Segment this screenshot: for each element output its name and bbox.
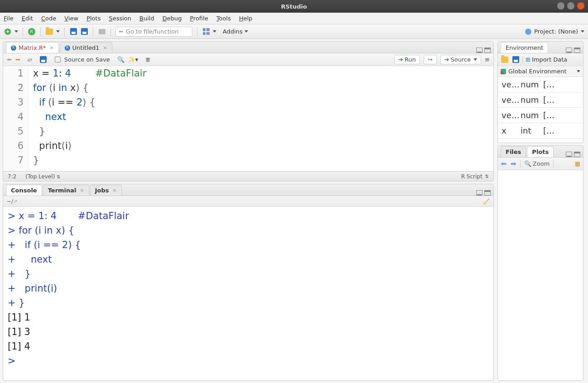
pane-maximize-button[interactable] [484,48,491,53]
clear-console-icon[interactable]: 🧹 [483,198,490,205]
goto-arrow-icon: ➦ [119,28,124,35]
project-label: Project: (None) [534,28,578,35]
back-arrow-icon[interactable]: ⬅ [7,56,12,63]
print-button[interactable] [98,28,106,36]
language-selector[interactable]: R Script ⇅ [461,173,489,180]
editor-tab[interactable]: RMatrix.R*× [6,42,59,53]
scope-icon [501,69,506,74]
console-tab-jobs[interactable]: Jobs× [90,185,122,196]
menu-file[interactable]: File [4,15,14,22]
console-pane: ConsoleTerminal×Jobs× ~/ ⇗ 🧹 > x = 1: 4 … [3,184,494,381]
console-popup-icon[interactable]: ⇗ [13,198,18,205]
pane-minimize-button[interactable] [566,152,572,157]
menu-build[interactable]: Build [139,15,154,22]
code-editor[interactable]: 1234567 x = 1: 4 #DataFlairfor (i in x) … [3,66,493,171]
env-row[interactable]: ve…num[… [498,108,583,123]
import-icon: ⊞ [526,56,531,63]
console-tab-console[interactable]: Console [6,185,42,196]
layout-dropdown-icon[interactable] [213,30,216,33]
env-row[interactable]: xint[… [498,123,583,139]
plots-pane: FilesPlots ⬅ ➡ 🔍 Zoom ▦ [497,145,583,381]
menu-code[interactable]: Code [41,15,56,22]
menu-profile[interactable]: Profile [190,15,208,22]
plot-next-icon[interactable]: ➡ [510,159,516,168]
menu-edit[interactable]: Edit [22,15,33,22]
editor-tab[interactable]: RUntitled1× [60,42,112,53]
save-all-button[interactable] [80,28,88,36]
wand-icon[interactable]: ✨▾ [128,56,139,63]
pane-maximize-button[interactable] [574,152,580,157]
environment-scope-selector[interactable]: Global Environment [498,66,583,77]
menu-session[interactable]: Session [109,15,131,22]
close-tab-icon[interactable]: × [80,187,84,193]
save-button[interactable] [69,28,77,36]
load-workspace-button[interactable] [501,56,509,64]
export-plot-icon[interactable]: ▦ [575,160,580,167]
addins-button[interactable]: Addins [223,28,248,35]
source-button[interactable]: ➔ Source [440,55,482,64]
pane-maximize-button[interactable] [484,190,491,196]
project-dropdown-icon [581,30,584,33]
tab-plots[interactable]: Plots [527,146,554,157]
env-row[interactable]: ve…num[… [498,77,583,92]
menu-help[interactable]: Help [239,15,253,22]
goto-file-function-input[interactable]: ➦ Go to file/function [115,27,192,37]
cursor-position: 7:2 [8,173,16,180]
layout-button[interactable] [202,28,210,36]
tab-environment[interactable]: Environment [501,42,548,53]
plot-prev-icon[interactable]: ⬅ [501,159,507,168]
maximize-button[interactable] [567,2,574,10]
console-tabs: ConsoleTerminal×Jobs× [3,184,493,196]
project-selector[interactable]: Project: (None) [525,28,584,35]
outline-icon[interactable]: ≣ [145,56,150,63]
environment-tabs: Environment [498,42,583,53]
console-output[interactable]: > x = 1: 4 #DataFlair> for (i in x) {+ i… [3,207,493,380]
menu-plots[interactable]: Plots [86,15,100,22]
project-icon [525,29,531,35]
new-file-dropdown-icon[interactable] [14,30,18,33]
pane-minimize-button[interactable] [476,48,483,53]
source-on-save-checkbox[interactable] [55,57,61,62]
rerun-button[interactable]: ↪ [424,55,437,64]
menu-bar: FileEditCodeViewPlotsSessionBuildDebugPr… [0,13,588,24]
save-file-button[interactable] [39,56,48,64]
pane-minimize-button[interactable] [566,48,572,53]
show-in-new-window-icon[interactable]: ▱ [28,56,32,63]
plots-canvas [498,170,583,380]
editor-status-bar: 7:2 (Top Level) ⇅ R Script ⇅ [3,171,493,181]
r-file-icon: R [65,45,70,51]
menu-view[interactable]: View [64,15,78,22]
close-tab-icon[interactable]: × [103,45,107,51]
editor-toolbar: ⬅ ➡ ▱ Source on Save 🔍 ✨▾ ≣ ➔ Run [3,53,493,66]
forward-arrow-icon[interactable]: ➡ [15,56,20,63]
run-button[interactable]: ➔ Run [394,55,420,64]
zoom-button[interactable]: 🔍 Zoom [524,160,550,167]
tab-files[interactable]: Files [501,146,526,157]
menu-debug[interactable]: Debug [163,15,182,22]
pane-minimize-button[interactable] [476,190,483,196]
editor-tabs: RMatrix.R*×RUntitled1× [3,42,493,53]
new-file-button[interactable]: + [4,28,12,36]
console-tab-terminal[interactable]: Terminal× [43,185,89,196]
pane-maximize-button[interactable] [574,48,580,53]
close-tab-icon[interactable]: × [50,45,54,51]
scope-dropdown-icon [577,70,580,72]
zoom-icon: 🔍 [524,160,531,167]
close-tab-icon[interactable]: × [113,187,117,193]
scope-selector[interactable]: (Top Level) ⇅ [25,173,60,180]
environment-table[interactable]: ve…num[…ve…num[…ve…num[…xint[… [498,77,583,143]
find-icon[interactable]: 🔍 [117,56,124,63]
outline-toggle-icon[interactable]: ≡ [485,56,490,63]
menu-tools[interactable]: Tools [216,15,231,22]
minimize-button[interactable] [557,2,564,10]
open-file-button[interactable] [45,28,53,36]
close-button[interactable] [577,2,584,10]
save-workspace-button[interactable] [512,56,520,64]
source-dropdown-icon [473,58,477,61]
env-row[interactable]: ve…num[… [498,92,583,108]
recent-files-dropdown-icon[interactable] [56,30,60,33]
rerun-icon: ↪ [428,56,433,63]
new-project-button[interactable]: R [28,28,36,36]
import-dataset-button[interactable]: ⊞ Import Data [526,56,567,63]
plots-tabs: FilesPlots [498,146,583,158]
